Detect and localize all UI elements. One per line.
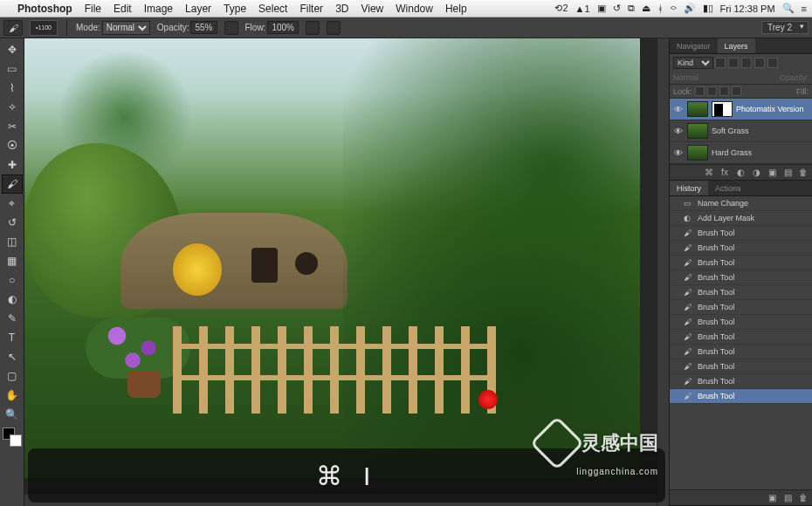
history-item[interactable]: 🖌Brush Tool <box>670 241 812 256</box>
menu-view[interactable]: View <box>361 3 383 15</box>
eyedropper-tool[interactable]: ⦿ <box>2 136 23 155</box>
status-sync-icon[interactable]: ↺ <box>613 3 621 14</box>
pen-tool[interactable]: ✎ <box>2 309 23 328</box>
history-brush-tool[interactable]: ↺ <box>2 213 23 232</box>
delete-layer-icon[interactable]: 🗑 <box>798 168 809 178</box>
zoom-tool[interactable]: 🔍 <box>2 405 23 424</box>
gradient-tool[interactable]: ▦ <box>2 251 23 270</box>
stamp-tool[interactable]: ⌖ <box>2 194 23 213</box>
menu-window[interactable]: Window <box>396 3 433 15</box>
vertical-scrollbar[interactable] <box>657 38 669 506</box>
brush-tool[interactable]: 🖌 <box>2 174 23 194</box>
menubar-clock[interactable]: Fri 12:38 PM <box>720 3 775 14</box>
tab-history[interactable]: History <box>670 181 708 195</box>
history-item[interactable]: 🖌Brush Tool <box>670 285 812 300</box>
filter-shape-icon[interactable] <box>754 58 765 68</box>
status-eject-icon[interactable]: ⏏ <box>642 3 650 14</box>
history-item[interactable]: ▭Name Change <box>670 196 812 211</box>
tool-preset-picker[interactable]: 🖌 <box>3 20 23 36</box>
lock-transparent-icon[interactable] <box>695 86 705 96</box>
layer-row[interactable]: 👁Hard Grass <box>670 142 812 164</box>
menu-layer[interactable]: Layer <box>185 3 211 15</box>
layer-fx-icon[interactable]: fx <box>719 168 730 178</box>
layer-filter-select[interactable]: Kind <box>673 57 713 69</box>
brush-preset-picker[interactable]: •1100 <box>30 20 58 36</box>
history-item[interactable]: 🖌Brush Tool <box>670 315 812 330</box>
menu-3d[interactable]: 3D <box>335 3 348 15</box>
new-layer-icon[interactable]: ▤ <box>782 168 793 178</box>
pressure-opacity-icon[interactable] <box>224 21 238 35</box>
layer-blend-select[interactable]: Normal <box>673 73 698 82</box>
pressure-size-icon[interactable] <box>327 21 341 35</box>
menu-select[interactable]: Select <box>258 3 287 15</box>
blur-tool[interactable]: ○ <box>2 270 23 290</box>
history-item[interactable]: ◐Add Layer Mask <box>670 211 812 226</box>
history-item[interactable]: 🖌Brush Tool <box>670 359 812 374</box>
path-tool[interactable]: ↖ <box>2 347 23 366</box>
history-item[interactable]: 🖌Brush Tool <box>670 226 812 241</box>
wand-tool[interactable]: ✧ <box>2 98 23 117</box>
marquee-tool[interactable]: ▭ <box>2 59 23 79</box>
airbrush-icon[interactable] <box>306 21 320 35</box>
move-tool[interactable]: ✥ <box>2 40 23 59</box>
visibility-icon[interactable]: 👁 <box>673 126 684 136</box>
blend-mode-select[interactable]: Normal <box>102 21 150 35</box>
layer-mask-thumb[interactable] <box>712 101 733 117</box>
history-item[interactable]: 🖌Brush Tool <box>670 330 812 345</box>
heal-tool[interactable]: ✚ <box>2 155 23 174</box>
history-new-icon[interactable]: ▤ <box>782 493 793 503</box>
eraser-tool[interactable]: ◫ <box>2 232 23 251</box>
spotlight-icon[interactable]: 🔍 <box>782 3 795 14</box>
layer-row[interactable]: 👁Soft Grass <box>670 120 812 142</box>
menu-edit[interactable]: Edit <box>114 3 132 15</box>
layer-thumb[interactable] <box>687 123 708 139</box>
layer-row[interactable]: 👁Photomatix Version <box>670 99 812 120</box>
history-item[interactable]: 🖌Brush Tool <box>670 270 812 285</box>
visibility-icon[interactable]: 👁 <box>673 104 684 114</box>
status-adobe-icon[interactable]: ▲1 <box>575 3 590 14</box>
menu-filter[interactable]: Filter <box>299 3 323 15</box>
dodge-tool[interactable]: ◐ <box>2 290 23 309</box>
lock-position-icon[interactable] <box>719 86 729 96</box>
status-volume-icon[interactable]: 🔊 <box>684 3 696 14</box>
visibility-icon[interactable]: 👁 <box>673 147 684 158</box>
status-wifi-icon[interactable]: ⌔ <box>671 3 677 14</box>
app-menu[interactable]: Photoshop <box>17 3 72 15</box>
workspace-switcher[interactable]: Trey 2 <box>761 21 809 34</box>
filter-type-icon[interactable] <box>741 58 752 68</box>
opacity-value[interactable]: 55% <box>190 21 217 34</box>
type-tool[interactable]: T <box>2 328 23 347</box>
link-layers-icon[interactable]: ⌘ <box>704 168 714 178</box>
history-item[interactable]: 🖌Brush Tool <box>670 389 812 404</box>
status-bluetooth-icon[interactable]: ᚼ <box>657 3 664 14</box>
lock-pixels-icon[interactable] <box>707 86 717 96</box>
history-item[interactable]: 🖌Brush Tool <box>670 374 812 389</box>
lock-all-icon[interactable] <box>732 86 741 96</box>
filter-smart-icon[interactable] <box>767 58 778 68</box>
layer-group-icon[interactable]: ▣ <box>767 168 777 178</box>
tab-layers[interactable]: Layers <box>718 38 755 53</box>
history-item[interactable]: 🖌Brush Tool <box>670 256 812 270</box>
crop-tool[interactable]: ✂ <box>2 117 23 136</box>
tab-navigator[interactable]: Navigator <box>670 38 718 53</box>
notification-center-icon[interactable]: ≡ <box>802 3 807 14</box>
hand-tool[interactable]: ✋ <box>2 386 23 405</box>
menu-image[interactable]: Image <box>144 3 173 15</box>
color-swatches[interactable] <box>3 427 22 447</box>
canvas[interactable] <box>24 38 640 478</box>
status-dropbox-icon[interactable]: ⧉ <box>628 3 635 14</box>
filter-adjust-icon[interactable] <box>728 58 739 68</box>
history-item[interactable]: 🖌Brush Tool <box>670 345 812 359</box>
layer-thumb[interactable] <box>687 145 708 161</box>
shape-tool[interactable]: ▢ <box>2 366 23 386</box>
history-item[interactable]: 🖌Brush Tool <box>670 300 812 315</box>
history-delete-icon[interactable]: 🗑 <box>798 493 809 503</box>
menu-type[interactable]: Type <box>224 3 246 15</box>
menu-file[interactable]: File <box>85 3 101 15</box>
flow-value[interactable]: 100% <box>267 21 299 34</box>
filter-pixel-icon[interactable] <box>715 58 726 68</box>
status-display-icon[interactable]: ▣ <box>597 3 606 14</box>
status-battery-icon[interactable]: ▮▯ <box>703 3 713 14</box>
history-snapshot-icon[interactable]: ▣ <box>767 493 777 503</box>
menu-help[interactable]: Help <box>445 3 467 15</box>
